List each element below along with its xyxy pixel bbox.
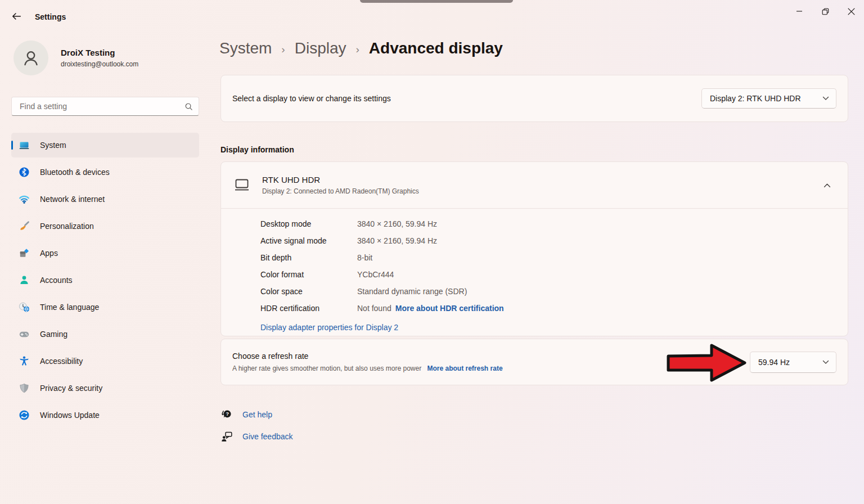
give-feedback-link[interactable]: Give feedback (242, 432, 293, 441)
sidebar-item-label: Gaming (40, 330, 68, 339)
display-information-heading: Display information (220, 145, 294, 154)
sidebar-item-label: Accounts (40, 276, 73, 285)
breadcrumb-display[interactable]: Display (295, 39, 346, 57)
sidebar-item-label: Personalization (40, 222, 94, 231)
display-card-title: RTK UHD HDR (262, 175, 419, 184)
sidebar-item-label: System (40, 141, 66, 150)
window-controls (786, 0, 864, 22)
back-arrow-icon (11, 11, 21, 21)
sidebar-item-label: Apps (40, 249, 58, 258)
display-select-value: Display 2: RTK UHD HDR (710, 94, 801, 103)
refresh-rate-card: Choose a refresh rate A higher rate give… (220, 339, 848, 385)
person-icon (19, 274, 30, 286)
minimize-icon (796, 8, 803, 15)
select-display-label: Select a display to view or change its s… (232, 94, 391, 103)
sidebar-item-label: Privacy & security (40, 384, 102, 393)
hdr-certification-link[interactable]: More about HDR certification (395, 304, 504, 313)
window-title: Settings (35, 12, 66, 21)
sidebar-item-windows-update[interactable]: Windows Update (11, 403, 199, 428)
settings-search (11, 97, 199, 116)
sidebar-item-system[interactable]: System (11, 133, 199, 158)
back-button[interactable] (8, 8, 24, 24)
apps-grid-icon (19, 248, 30, 259)
user-email: droixtesting@outlook.com (61, 60, 138, 68)
sidebar-item-accessibility[interactable]: Accessibility (11, 349, 199, 374)
refresh-rate-value: 59.94 Hz (758, 358, 790, 367)
wifi-icon (19, 194, 30, 205)
avatar (14, 40, 48, 75)
chevron-down-icon (822, 360, 829, 364)
sidebar-item-label: Network & internet (40, 195, 105, 204)
sidebar-item-label: Windows Update (40, 411, 100, 420)
accessibility-person-icon (19, 356, 30, 367)
person-outline-icon (21, 48, 40, 68)
display-select-dropdown[interactable]: Display 2: RTK UHD HDR (701, 88, 836, 109)
select-display-card: Select a display to view or change its s… (220, 75, 848, 122)
sidebar-item-personalization[interactable]: Personalization (11, 214, 199, 238)
display-card-subtitle: Display 2: Connected to AMD Radeon(TM) G… (262, 187, 419, 195)
display-info-rows: Desktop mode 3840 × 2160, 59.94 Hz Activ… (221, 209, 848, 332)
paint-brush-icon (19, 220, 30, 232)
breadcrumb-system[interactable]: System (219, 39, 272, 57)
sidebar-item-label: Bluetooth & devices (40, 168, 110, 177)
page-title: Advanced display (369, 39, 503, 57)
breadcrumb-separator: › (356, 42, 359, 56)
refresh-rate-description: A higher rate gives smoother motion, but… (232, 364, 503, 372)
give-feedback-row[interactable]: Give feedback (220, 430, 293, 443)
sidebar-item-bluetooth-devices[interactable]: Bluetooth & devices (11, 160, 199, 184)
sidebar-item-privacy-security[interactable]: Privacy & security (11, 376, 199, 400)
get-help-icon: ? (220, 408, 233, 421)
info-row-bit-depth: Bit depth 8-bit (260, 249, 848, 266)
info-row-color-space: Color space Standard dynamic range (SDR) (260, 283, 848, 300)
refresh-rate-dropdown[interactable]: 59.94 Hz (750, 352, 836, 373)
display-information-card: RTK UHD HDR Display 2: Connected to AMD … (220, 161, 848, 336)
monitor-icon (233, 178, 250, 192)
search-input[interactable] (19, 101, 184, 111)
clock-globe-icon (19, 302, 30, 313)
refresh-rate-title: Choose a refresh rate (232, 352, 503, 361)
restore-icon (822, 8, 829, 15)
system-icon (19, 140, 30, 151)
screen-capture-bar-artifact (360, 0, 513, 3)
info-row-hdr-certification: HDR certification Not found More about H… (260, 300, 848, 317)
minimize-button[interactable] (786, 0, 812, 22)
more-about-refresh-rate-link[interactable]: More about refresh rate (428, 364, 503, 372)
update-arrows-icon (19, 410, 30, 421)
user-profile[interactable]: DroiX Testing droixtesting@outlook.com (14, 40, 138, 75)
display-adapter-properties-link[interactable]: Display adapter properties for Display 2 (260, 323, 398, 332)
get-help-row[interactable]: ? Get help (220, 408, 272, 421)
restore-button[interactable] (812, 0, 838, 22)
search-icon (184, 102, 193, 111)
sidebar-item-time-language[interactable]: Time & language (11, 295, 199, 320)
sidebar-item-label: Accessibility (40, 357, 83, 366)
sidebar-item-gaming[interactable]: Gaming (11, 322, 199, 346)
bluetooth-icon (19, 166, 30, 178)
sidebar-nav: System Bluetooth & devices Network & int… (11, 133, 199, 430)
sidebar-item-accounts[interactable]: Accounts (11, 268, 199, 292)
sidebar-item-apps[interactable]: Apps (11, 241, 199, 266)
settings-window: Settings DroiX Testing droixtesting@outl… (0, 0, 864, 504)
chevron-down-icon (822, 96, 829, 101)
info-row-desktop-mode: Desktop mode 3840 × 2160, 59.94 Hz (260, 215, 848, 232)
info-row-color-format: Color format YCbCr444 (260, 266, 848, 283)
display-information-header[interactable]: RTK UHD HDR Display 2: Connected to AMD … (221, 162, 848, 208)
user-name: DroiX Testing (61, 48, 138, 57)
gamepad-icon (19, 328, 30, 340)
chevron-up-icon[interactable] (819, 178, 835, 192)
breadcrumb: System › Display › Advanced display (219, 39, 503, 57)
shield-icon (19, 382, 30, 394)
breadcrumb-separator: › (281, 42, 285, 56)
sidebar-item-network-internet[interactable]: Network & internet (11, 187, 199, 212)
svg-text:?: ? (226, 411, 230, 417)
close-button[interactable] (838, 0, 864, 22)
close-icon (848, 8, 855, 15)
info-row-active-signal-mode: Active signal mode 3840 × 2160, 59.94 Hz (260, 232, 848, 249)
sidebar-item-label: Time & language (40, 303, 99, 312)
give-feedback-icon (220, 430, 233, 443)
get-help-link[interactable]: Get help (242, 410, 272, 419)
